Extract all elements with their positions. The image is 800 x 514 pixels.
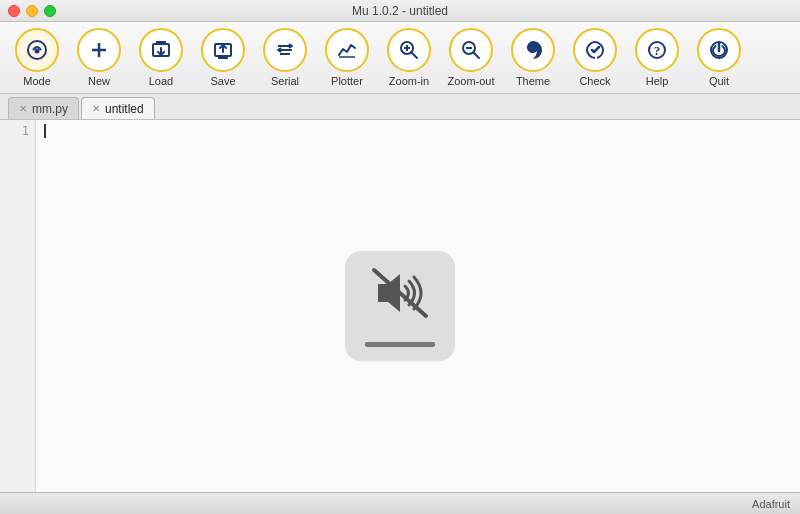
- mute-progress-bar: [365, 342, 435, 347]
- line-numbers: 1: [0, 120, 36, 492]
- tab-mm-py-label: mm.py: [32, 102, 68, 116]
- cursor-line: [44, 124, 792, 138]
- tab-mm-py-close[interactable]: ✕: [19, 104, 27, 114]
- theme-icon-circle: [511, 28, 555, 72]
- close-button[interactable]: [8, 5, 20, 17]
- load-label: Load: [149, 75, 173, 87]
- editor-area: 1: [0, 120, 800, 492]
- mute-overlay: [345, 251, 455, 361]
- tab-untitled-close[interactable]: ✕: [92, 104, 100, 114]
- window-title: Mu 1.0.2 - untitled: [352, 4, 448, 18]
- traffic-lights: [8, 5, 56, 17]
- save-icon: [211, 38, 235, 62]
- quit-icon: [707, 38, 731, 62]
- serial-label: Serial: [271, 75, 299, 87]
- toolbar-btn-mode[interactable]: Mode: [8, 28, 66, 87]
- toolbar-btn-zoom-out[interactable]: Zoom-out: [442, 28, 500, 87]
- toolbar-btn-save[interactable]: Save: [194, 28, 252, 87]
- tab-untitled[interactable]: ✕ untitled: [81, 97, 155, 119]
- tab-untitled-label: untitled: [105, 102, 144, 116]
- toolbar-btn-help[interactable]: ? Help: [628, 28, 686, 87]
- maximize-button[interactable]: [44, 5, 56, 17]
- zoom-in-icon-circle: [387, 28, 431, 72]
- new-icon-circle: [77, 28, 121, 72]
- svg-marker-17: [378, 274, 400, 312]
- svg-line-12: [474, 53, 480, 59]
- svg-text:?: ?: [654, 43, 661, 58]
- toolbar-btn-zoom-in[interactable]: Zoom-in: [380, 28, 438, 87]
- zoom-out-label: Zoom-out: [447, 75, 494, 87]
- toolbar-btn-load[interactable]: Load: [132, 28, 190, 87]
- tabs-bar: ✕ mm.py ✕ untitled: [0, 94, 800, 120]
- toolbar-btn-quit[interactable]: Quit: [690, 28, 748, 87]
- plotter-label: Plotter: [331, 75, 363, 87]
- toolbar-btn-plotter[interactable]: Plotter: [318, 28, 376, 87]
- load-icon-circle: [139, 28, 183, 72]
- save-label: Save: [210, 75, 235, 87]
- toolbar-btn-serial[interactable]: Serial: [256, 28, 314, 87]
- svg-point-1: [35, 49, 40, 54]
- zoom-out-icon-circle: [449, 28, 493, 72]
- help-icon: ?: [645, 38, 669, 62]
- serial-icon-circle: [263, 28, 307, 72]
- title-bar: Mu 1.0.2 - untitled: [0, 0, 800, 22]
- theme-label: Theme: [516, 75, 550, 87]
- check-icon: [583, 38, 607, 62]
- mode-label: Mode: [23, 75, 51, 87]
- text-cursor: [44, 124, 46, 138]
- minimize-button[interactable]: [26, 5, 38, 17]
- check-icon-circle: [573, 28, 617, 72]
- zoom-out-icon: [459, 38, 483, 62]
- check-label: Check: [579, 75, 610, 87]
- toolbar-btn-new[interactable]: New: [70, 28, 128, 87]
- plotter-icon-circle: [325, 28, 369, 72]
- zoom-in-label: Zoom-in: [389, 75, 429, 87]
- svg-line-8: [412, 53, 418, 59]
- new-icon: [87, 38, 111, 62]
- tab-mm-py[interactable]: ✕ mm.py: [8, 97, 79, 119]
- load-icon: [149, 38, 173, 62]
- status-label: Adafruit: [752, 498, 790, 510]
- serial-icon: [273, 38, 297, 62]
- save-icon-circle: [201, 28, 245, 72]
- toolbar: Mode New Load: [0, 22, 800, 94]
- mute-svg: [370, 266, 430, 320]
- help-icon-circle: ?: [635, 28, 679, 72]
- quit-icon-circle: [697, 28, 741, 72]
- status-bar: Adafruit: [0, 492, 800, 514]
- line-number-1: 1: [0, 124, 29, 138]
- theme-icon: [521, 38, 545, 62]
- zoom-in-icon: [397, 38, 421, 62]
- toolbar-btn-check[interactable]: Check: [566, 28, 624, 87]
- plotter-icon: [335, 38, 359, 62]
- mode-icon: [25, 38, 49, 62]
- help-label: Help: [646, 75, 669, 87]
- new-label: New: [88, 75, 110, 87]
- mute-icon: [370, 266, 430, 330]
- quit-label: Quit: [709, 75, 729, 87]
- mode-icon-circle: [15, 28, 59, 72]
- toolbar-btn-theme[interactable]: Theme: [504, 28, 562, 87]
